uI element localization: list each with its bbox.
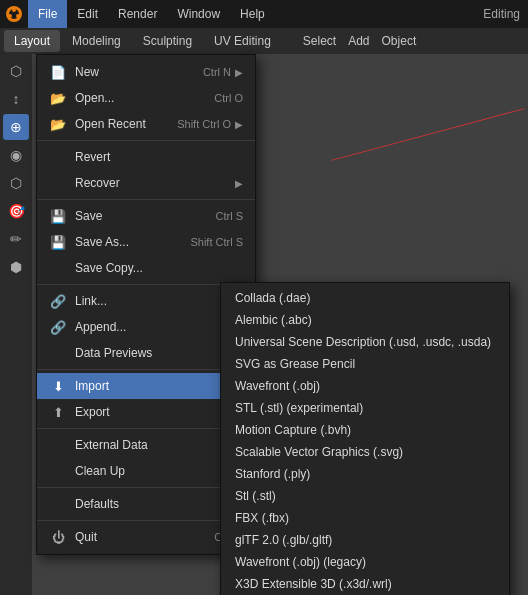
sidebar-tool-8[interactable]: ⬢ — [3, 254, 29, 280]
import-submenu: Collada (.dae) Alembic (.abc) Universal … — [220, 282, 510, 595]
menu-item-save-as[interactable]: 💾 Save As... Shift Ctrl S — [37, 229, 255, 255]
op-add[interactable]: Add — [348, 34, 369, 48]
new-label: New — [75, 65, 195, 79]
save-copy-label: Save Copy... — [75, 261, 243, 275]
export-label: Export — [75, 405, 231, 419]
save-as-shortcut: Shift Ctrl S — [190, 236, 243, 248]
separator-2 — [37, 199, 255, 200]
save-label: Save — [75, 209, 208, 223]
open-label: Open... — [75, 91, 206, 105]
menu-item-revert[interactable]: Revert — [37, 144, 255, 170]
header-tabs-bar: Layout Modeling Sculpting UV Editing Sel… — [0, 28, 528, 54]
link-label: Link... — [75, 294, 243, 308]
sidebar-tool-3[interactable]: ⊕ — [3, 114, 29, 140]
import-alembic[interactable]: Alembic (.abc) — [221, 309, 509, 331]
import-scalable-vector[interactable]: Scalable Vector Graphics (.svg) — [221, 441, 509, 463]
quit-label: Quit — [75, 530, 206, 544]
sidebar-tool-4[interactable]: ◉ — [3, 142, 29, 168]
svg-point-4 — [8, 14, 12, 18]
open-recent-icon: 📂 — [49, 115, 67, 133]
import-label: Import — [75, 379, 231, 393]
open-recent-shortcut: Shift Ctrl O — [177, 118, 231, 130]
import-svg-grease[interactable]: SVG as Grease Pencil — [221, 353, 509, 375]
open-icon: 📂 — [49, 89, 67, 107]
sidebar-tool-1[interactable]: ⬡ — [3, 58, 29, 84]
menu-item-save[interactable]: 💾 Save Ctrl S — [37, 203, 255, 229]
sidebar-tool-7[interactable]: ✏ — [3, 226, 29, 252]
save-icon: 💾 — [49, 207, 67, 225]
external-data-label: External Data — [75, 438, 231, 452]
new-arrow: ▶ — [235, 67, 243, 78]
append-label: Append... — [75, 320, 243, 334]
tab-modeling[interactable]: Modeling — [62, 30, 131, 52]
tab-sculpting[interactable]: Sculpting — [133, 30, 202, 52]
data-previews-label: Data Previews — [75, 346, 231, 360]
open-recent-label: Open Recent — [75, 117, 169, 131]
svg-point-3 — [16, 14, 20, 18]
import-stl[interactable]: STL (.stl) (experimental) — [221, 397, 509, 419]
open-recent-arrow: ▶ — [235, 119, 243, 130]
link-icon: 🔗 — [49, 292, 67, 310]
left-sidebar: ⬡ ↕ ⊕ ◉ ⬡ 🎯 ✏ ⬢ — [0, 54, 32, 595]
defaults-label: Defaults — [75, 497, 231, 511]
revert-icon — [49, 148, 67, 166]
recover-icon — [49, 174, 67, 192]
save-shortcut: Ctrl S — [216, 210, 244, 222]
top-menu-bar: File Edit Render Window Help — [28, 0, 275, 28]
new-icon: 📄 — [49, 63, 67, 81]
editing-mode: Editing — [483, 7, 520, 21]
menu-item-open[interactable]: 📂 Open... Ctrl O — [37, 85, 255, 111]
menu-edit[interactable]: Edit — [67, 0, 108, 28]
defaults-icon — [49, 495, 67, 513]
quit-icon: ⏻ — [49, 528, 67, 546]
sidebar-tool-6[interactable]: 🎯 — [3, 198, 29, 224]
separator-1 — [37, 140, 255, 141]
menu-item-recover[interactable]: Recover ▶ — [37, 170, 255, 196]
viewport-grid-line — [331, 108, 524, 161]
revert-label: Revert — [75, 150, 243, 164]
save-copy-icon — [49, 259, 67, 277]
sidebar-tool-2[interactable]: ↕ — [3, 86, 29, 112]
clean-up-label: Clean Up — [75, 464, 231, 478]
menu-item-open-recent[interactable]: 📂 Open Recent Shift Ctrl O ▶ — [37, 111, 255, 137]
sidebar-tool-5[interactable]: ⬡ — [3, 170, 29, 196]
import-gltf[interactable]: glTF 2.0 (.glb/.gltf) — [221, 529, 509, 551]
import-fbx[interactable]: FBX (.fbx) — [221, 507, 509, 529]
import-stl2[interactable]: Stl (.stl) — [221, 485, 509, 507]
tab-layout[interactable]: Layout — [4, 30, 60, 52]
import-wavefront[interactable]: Wavefront (.obj) — [221, 375, 509, 397]
append-icon: 🔗 — [49, 318, 67, 336]
import-stanford[interactable]: Stanford (.ply) — [221, 463, 509, 485]
import-icon: ⬇ — [49, 377, 67, 395]
open-shortcut: Ctrl O — [214, 92, 243, 104]
header-ops: Select Add Object — [303, 34, 416, 48]
new-shortcut: Ctrl N — [203, 66, 231, 78]
menu-item-save-copy[interactable]: Save Copy... — [37, 255, 255, 281]
menu-item-new[interactable]: 📄 New Ctrl N ▶ — [37, 59, 255, 85]
tab-uv-editing[interactable]: UV Editing — [204, 30, 281, 52]
svg-point-2 — [12, 8, 16, 12]
save-as-label: Save As... — [75, 235, 182, 249]
recover-arrow: ▶ — [235, 178, 243, 189]
save-as-icon: 💾 — [49, 233, 67, 251]
import-motion-capture[interactable]: Motion Capture (.bvh) — [221, 419, 509, 441]
import-wavefront-legacy[interactable]: Wavefront (.obj) (legacy) — [221, 551, 509, 573]
recover-label: Recover — [75, 176, 231, 190]
export-icon: ⬆ — [49, 403, 67, 421]
data-previews-icon — [49, 344, 67, 362]
op-select[interactable]: Select — [303, 34, 336, 48]
import-collada[interactable]: Collada (.dae) — [221, 287, 509, 309]
menu-render[interactable]: Render — [108, 0, 167, 28]
external-data-icon — [49, 436, 67, 454]
op-object[interactable]: Object — [382, 34, 417, 48]
menu-help[interactable]: Help — [230, 0, 275, 28]
menu-window[interactable]: Window — [167, 0, 230, 28]
blender-logo — [0, 0, 28, 28]
menu-file[interactable]: File — [28, 0, 67, 28]
clean-up-icon — [49, 462, 67, 480]
import-usd[interactable]: Universal Scene Description (.usd, .usdc… — [221, 331, 509, 353]
import-x3d[interactable]: X3D Extensible 3D (.x3d/.wrl) — [221, 573, 509, 595]
top-bar: File Edit Render Window Help Editing — [0, 0, 528, 28]
main-area: ⬡ ↕ ⊕ ◉ ⬡ 🎯 ✏ ⬢ 📄 New Ctrl N ▶ 📂 Open...… — [0, 54, 528, 595]
